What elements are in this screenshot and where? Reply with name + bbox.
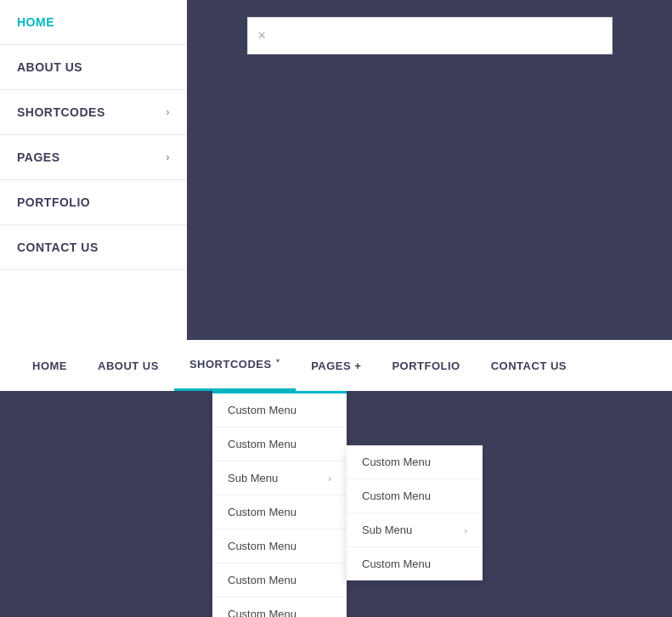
search-close-icon[interactable]: × bbox=[258, 28, 266, 43]
top-section: HOMEABOUT USSHORTCODES›PAGES›PORTFOLIOCO… bbox=[0, 0, 672, 340]
top-right-area: × bbox=[187, 0, 672, 340]
sidebar-item-label: HOME bbox=[17, 15, 54, 29]
nav-item-home[interactable]: HOME bbox=[17, 340, 82, 391]
search-input[interactable] bbox=[273, 29, 601, 42]
dropdown-item-label: Sub Menu bbox=[362, 524, 412, 536]
chevron-right-icon: › bbox=[464, 525, 467, 535]
dropdown-primary-item-6[interactable]: Custom Menu bbox=[212, 597, 347, 617]
dropdown-item-label: Custom Menu bbox=[228, 438, 296, 450]
horizontal-nav: HOMEABOUT USSHORTCODES ˅PAGES +PORTFOLIO… bbox=[0, 340, 672, 391]
dropdown-secondary-item-0[interactable]: Custom Menu bbox=[347, 445, 483, 479]
dropdown-item-label: Custom Menu bbox=[362, 456, 431, 468]
dropdown-primary: Custom MenuCustom MenuSub Menu›Custom Me… bbox=[212, 391, 347, 617]
dropdown-primary-item-3[interactable]: Custom Menu bbox=[212, 495, 347, 529]
dropdown-item-label: Custom Menu bbox=[228, 540, 296, 552]
chevron-right-icon: › bbox=[167, 151, 171, 163]
dropdown-item-label: Custom Menu bbox=[228, 608, 296, 617]
sidebar-item-label: SHORTCODES bbox=[17, 105, 105, 119]
dropdown-secondary-item-2[interactable]: Sub Menu› bbox=[347, 513, 483, 547]
dropdown-item-label: Custom Menu bbox=[362, 558, 431, 570]
dropdown-item-label: Custom Menu bbox=[228, 506, 296, 518]
sidebar-item-portfolio[interactable]: PORTFOLIO bbox=[0, 180, 187, 224]
dropdown-wrapper: Custom MenuCustom MenuSub Menu›Custom Me… bbox=[212, 391, 483, 617]
nav-item-about-us[interactable]: ABOUT US bbox=[82, 340, 174, 391]
dropdown-primary-item-4[interactable]: Custom Menu bbox=[212, 529, 347, 563]
dropdown-secondary-item-3[interactable]: Custom Menu bbox=[347, 547, 483, 580]
dropdown-secondary: Custom MenuCustom MenuSub Menu›Custom Me… bbox=[347, 445, 483, 580]
sidebar-item-contact-us[interactable]: CONTACT US bbox=[0, 225, 187, 269]
nav-item-pages-[interactable]: PAGES + bbox=[296, 340, 376, 391]
dropdown-primary-item-2[interactable]: Sub Menu› bbox=[212, 461, 347, 495]
search-bar: × bbox=[247, 17, 613, 54]
nav-item-label: HOME bbox=[32, 359, 67, 372]
nav-item-label: ABOUT US bbox=[98, 359, 159, 372]
sidebar-item-home[interactable]: HOME bbox=[0, 0, 187, 44]
dropdown-item-label: Custom Menu bbox=[228, 404, 296, 416]
nav-item-label: PORTFOLIO bbox=[392, 359, 460, 372]
sidebar-item-label: ABOUT US bbox=[17, 60, 82, 74]
dropdown-item-label: Custom Menu bbox=[362, 490, 431, 502]
chevron-right-icon: › bbox=[328, 473, 331, 484]
dropdown-primary-item-1[interactable]: Custom Menu bbox=[212, 427, 347, 461]
nav-item-label: SHORTCODES bbox=[189, 358, 272, 371]
bottom-section: HOMEABOUT USSHORTCODES ˅PAGES +PORTFOLIO… bbox=[0, 340, 672, 391]
sidebar-item-shortcodes[interactable]: SHORTCODES› bbox=[0, 90, 187, 134]
dropdown-item-label: Sub Menu bbox=[228, 472, 278, 484]
nav-item-label: PAGES + bbox=[311, 359, 361, 372]
sidebar-item-label: CONTACT US bbox=[17, 241, 99, 254]
nav-item-label: CONTACT US bbox=[491, 359, 567, 372]
dropdown-secondary-item-1[interactable]: Custom Menu bbox=[347, 479, 483, 513]
sidebar-item-label: PAGES bbox=[17, 150, 59, 164]
chevron-right-icon: › bbox=[167, 106, 171, 118]
nav-item-contact-us[interactable]: CONTACT US bbox=[476, 340, 582, 391]
sidebar-item-label: PORTFOLIO bbox=[17, 195, 90, 209]
dropdown-primary-item-0[interactable]: Custom Menu bbox=[212, 393, 347, 427]
dropdown-item-label: Custom Menu bbox=[228, 574, 296, 586]
dropdown-primary-item-5[interactable]: Custom Menu bbox=[212, 563, 347, 597]
nav-item-portfolio[interactable]: PORTFOLIO bbox=[376, 340, 475, 391]
chevron-down-icon: ˅ bbox=[275, 359, 281, 370]
nav-item-shortcodes[interactable]: SHORTCODES ˅ bbox=[174, 340, 296, 391]
sidebar-item-pages[interactable]: PAGES› bbox=[0, 135, 187, 179]
sidebar-item-about-us[interactable]: ABOUT US bbox=[0, 45, 187, 89]
sidebar-menu: HOMEABOUT USSHORTCODES›PAGES›PORTFOLIOCO… bbox=[0, 0, 187, 340]
